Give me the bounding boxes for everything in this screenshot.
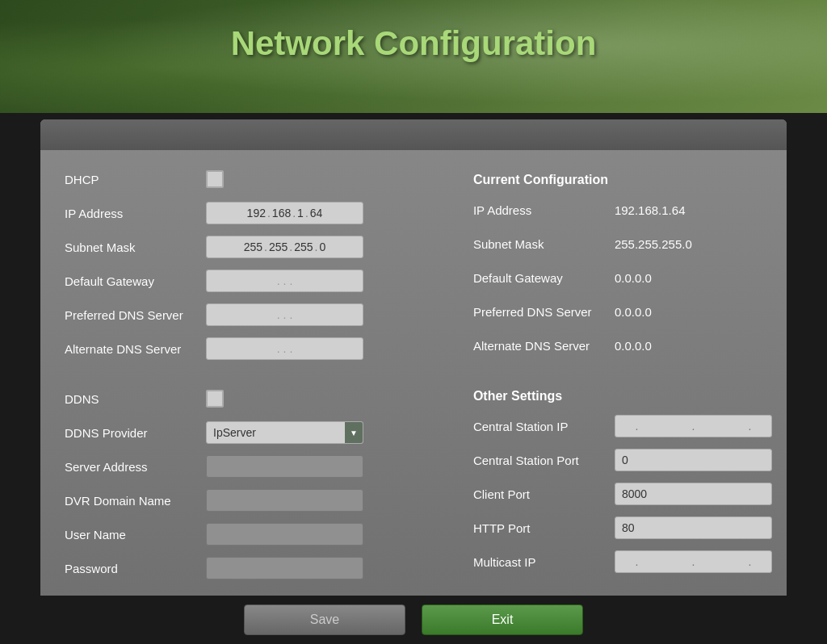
http-port-label: HTTP Port (473, 521, 615, 535)
current-gateway-value: 0.0.0.0 (615, 271, 652, 285)
dhcp-row: DHCP (65, 166, 449, 192)
alternate-dns-label: Alternate DNS Server (65, 342, 206, 356)
central-station-ip-label: Central Station IP (473, 420, 615, 433)
central-station-port-row: Central Station Port 0 (473, 447, 772, 473)
right-section: Current Configuration IP Address 192.168… (473, 166, 772, 644)
multicast-ip-row: Multicast IP ... (473, 549, 772, 575)
current-alternate-dns-row: Alternate DNS Server 0.0.0.0 (473, 332, 772, 358)
ip-address-label: IP Address (65, 207, 206, 220)
dhcp-label: DHCP (65, 173, 206, 186)
dvr-domain-input[interactable] (206, 489, 363, 512)
ip-address-row: IP Address 192.168.1.64 (65, 200, 449, 226)
client-port-input[interactable]: 8000 (615, 483, 772, 505)
alternate-dns-input[interactable]: ... (206, 337, 363, 360)
multicast-ip-label: Multicast IP (473, 555, 615, 569)
multicast-ip-input[interactable]: ... (615, 550, 772, 573)
current-subnet-label: Subnet Mask (473, 237, 615, 251)
select-arrow-icon: ▼ (345, 422, 363, 443)
current-subnet-value: 255.255.255.0 (615, 237, 692, 251)
current-preferred-dns-row: Preferred DNS Server 0.0.0.0 (473, 299, 772, 324)
current-alternate-dns-value: 0.0.0.0 (615, 339, 652, 353)
client-port-row: Client Port 8000 (473, 481, 772, 507)
preferred-dns-row: Preferred DNS Server ... (65, 302, 449, 328)
password-row: Password (65, 555, 449, 581)
central-station-port-input[interactable]: 0 (615, 449, 772, 471)
http-port-input[interactable]: 80 (615, 516, 772, 539)
current-ip-row: IP Address 192.168.1.64 (473, 197, 772, 223)
current-preferred-dns-value: 0.0.0.0 (615, 305, 652, 319)
server-address-label: Server Address (65, 460, 206, 474)
central-station-port-label: Central Station Port (473, 454, 615, 467)
password-label: Password (65, 562, 206, 575)
server-address-input[interactable] (206, 455, 363, 478)
dvr-domain-label: DVR Domain Name (65, 494, 206, 508)
current-config-title: Current Configuration (473, 173, 772, 187)
save-button[interactable]: Save (244, 604, 405, 635)
password-input[interactable] (206, 557, 363, 579)
bottom-buttons: Save Exit (0, 596, 827, 644)
alternate-dns-row: Alternate DNS Server ... (65, 336, 449, 362)
panel-header (40, 119, 787, 150)
left-section: DHCP IP Address 192.168.1.64 Subnet Mask… (65, 166, 449, 644)
current-subnet-row: Subnet Mask 255.255.255.0 (473, 231, 772, 257)
ddns-checkbox[interactable] (206, 390, 224, 408)
central-station-ip-input[interactable]: ... (615, 415, 772, 437)
preferred-dns-label: Preferred DNS Server (65, 308, 206, 322)
client-port-label: Client Port (473, 487, 615, 501)
current-ip-label: IP Address (473, 203, 615, 217)
page-title: Network Configuration (0, 24, 827, 63)
current-preferred-dns-label: Preferred DNS Server (473, 305, 615, 319)
main-panel: DHCP IP Address 192.168.1.64 Subnet Mask… (40, 119, 787, 604)
default-gateway-label: Default Gateway (65, 274, 206, 288)
user-name-label: User Name (65, 528, 206, 542)
ddns-provider-select[interactable]: IpServer ▼ (206, 421, 363, 444)
exit-button[interactable]: Exit (422, 604, 583, 635)
default-gateway-input[interactable]: ... (206, 270, 363, 292)
ddns-provider-row: DDNS Provider IpServer ▼ (65, 420, 449, 445)
user-name-input[interactable] (206, 523, 363, 546)
dvr-domain-row: DVR Domain Name (65, 487, 449, 513)
http-port-row: HTTP Port 80 (473, 515, 772, 541)
current-alternate-dns-label: Alternate DNS Server (473, 339, 615, 353)
ddns-row: DDNS (65, 386, 449, 412)
other-settings-title: Other Settings (473, 389, 772, 404)
preferred-dns-input[interactable]: ... (206, 303, 363, 326)
ip-address-input[interactable]: 192.168.1.64 (206, 202, 363, 224)
subnet-mask-row: Subnet Mask 255.255.255.0 (65, 234, 449, 260)
default-gateway-row: Default Gateway ... (65, 268, 449, 294)
current-ip-value: 192.168.1.64 (615, 203, 686, 217)
current-gateway-row: Default Gateway 0.0.0.0 (473, 265, 772, 291)
dhcp-checkbox[interactable] (206, 170, 224, 188)
server-address-row: Server Address (65, 454, 449, 479)
ddns-provider-label: DDNS Provider (65, 426, 206, 440)
central-station-ip-row: Central Station IP ... (473, 413, 772, 439)
subnet-mask-input[interactable]: 255.255.255.0 (206, 236, 363, 258)
current-gateway-label: Default Gateway (473, 271, 615, 285)
user-name-row: User Name (65, 521, 449, 547)
subnet-mask-label: Subnet Mask (65, 240, 206, 254)
ddns-label: DDNS (65, 392, 206, 406)
